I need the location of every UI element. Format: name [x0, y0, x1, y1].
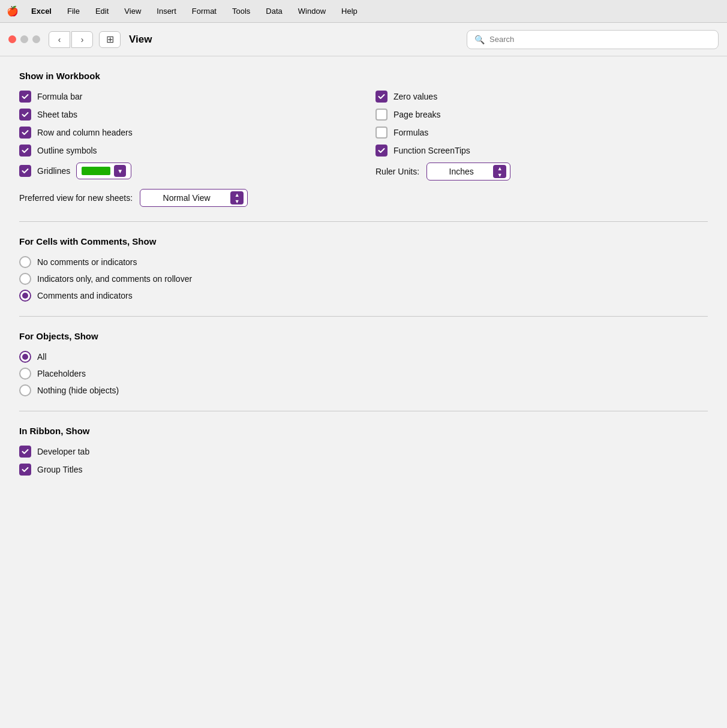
zero-values-row: Zero values [375, 91, 708, 103]
developer-tab-checkbox[interactable] [19, 446, 31, 458]
outline-symbols-label: Outline symbols [37, 146, 97, 155]
forward-icon: › [81, 35, 84, 44]
placeholders-label: Placeholders [37, 369, 86, 378]
formulas-label: Formulas [393, 128, 428, 137]
indicators-only-radio[interactable] [19, 273, 31, 285]
menu-edit[interactable]: Edit [93, 5, 111, 17]
formula-bar-label: Formula bar [37, 92, 82, 101]
comments-section-title: For Cells with Comments, Show [19, 236, 708, 246]
preferred-view-select[interactable]: Normal View ▲ ▼ [140, 189, 248, 207]
page-breaks-checkbox[interactable] [375, 109, 387, 121]
toolbar: ‹ › ⊞ View 🔍 [0, 23, 727, 56]
zero-values-checkbox[interactable] [375, 91, 387, 103]
close-button[interactable] [8, 35, 16, 43]
no-comments-label: No comments or indicators [37, 257, 137, 267]
function-screentips-label: Function ScreenTips [393, 146, 470, 155]
divider-2 [19, 316, 708, 317]
left-options-col: Formula bar Sheet tabs Row and column he… [19, 91, 352, 181]
radio-selected-dot [22, 293, 28, 299]
page-title: View [129, 34, 152, 46]
sheet-tabs-row: Sheet tabs [19, 109, 352, 121]
preferred-view-arrows-icon: ▲ ▼ [230, 191, 244, 204]
grid-view-button[interactable]: ⊞ [99, 31, 121, 48]
maximize-button[interactable] [32, 35, 40, 43]
divider-1 [19, 221, 708, 222]
placeholders-row: Placeholders [19, 368, 708, 380]
group-titles-checkbox[interactable] [19, 464, 31, 476]
preferences-content: Show in Workbook Formula bar Sheet tabs [0, 56, 727, 728]
nothing-objects-row: Nothing (hide objects) [19, 384, 708, 396]
placeholders-radio[interactable] [19, 368, 31, 380]
function-screentips-checkbox[interactable] [375, 145, 387, 157]
menu-file[interactable]: File [65, 5, 82, 17]
zero-values-label: Zero values [393, 92, 437, 101]
gridlines-dropdown-icon: ▼ [114, 165, 126, 177]
menu-help[interactable]: Help [339, 5, 360, 17]
gridlines-checkbox[interactable] [19, 165, 31, 177]
formulas-checkbox[interactable] [375, 127, 387, 139]
ruler-units-value: Inches [433, 167, 489, 176]
ruler-units-label: Ruler Units: [375, 167, 419, 176]
show-in-workbook-title: Show in Workbook [19, 71, 708, 81]
nothing-objects-label: Nothing (hide objects) [37, 386, 119, 395]
comments-indicators-radio[interactable] [19, 290, 31, 302]
row-col-headers-row: Row and column headers [19, 127, 352, 139]
forward-button[interactable]: › [71, 31, 93, 48]
menu-window[interactable]: Window [296, 5, 328, 17]
no-comments-row: No comments or indicators [19, 256, 708, 268]
menu-view[interactable]: View [122, 5, 143, 17]
ruler-units-select[interactable]: Inches ▲ ▼ [426, 163, 510, 181]
no-comments-radio[interactable] [19, 256, 31, 268]
search-input[interactable] [489, 35, 711, 44]
formula-bar-checkbox[interactable] [19, 91, 31, 103]
gridlines-color-picker[interactable]: ▼ [76, 163, 131, 179]
sheet-tabs-checkbox[interactable] [19, 109, 31, 121]
nothing-objects-radio[interactable] [19, 384, 31, 396]
page-breaks-row: Page breaks [375, 109, 708, 121]
function-screentips-row: Function ScreenTips [375, 145, 708, 157]
objects-section-title: For Objects, Show [19, 331, 708, 341]
group-titles-row: Group Titles [19, 464, 708, 476]
checkmark-icon [22, 466, 29, 473]
checkmark-icon [22, 93, 29, 100]
checkmark-icon [22, 129, 29, 136]
ribbon-section-title: In Ribbon, Show [19, 426, 708, 436]
menu-insert[interactable]: Insert [154, 5, 179, 17]
preferred-view-value: Normal View [146, 193, 227, 203]
checkmark-icon [22, 167, 29, 175]
ruler-units-arrows-icon: ▲ ▼ [493, 165, 506, 178]
minimize-button[interactable] [20, 35, 28, 43]
apple-menu-icon[interactable]: 🍎 [7, 6, 18, 17]
formula-bar-row: Formula bar [19, 91, 352, 103]
gridlines-color-swatch [82, 167, 110, 175]
outline-symbols-row: Outline symbols [19, 145, 352, 157]
objects-options: All Placeholders Nothing (hide objects) [19, 351, 708, 396]
row-col-headers-checkbox[interactable] [19, 127, 31, 139]
search-box: 🔍 [467, 30, 719, 49]
gridlines-row: Gridlines ▼ [19, 163, 352, 179]
outline-symbols-checkbox[interactable] [19, 145, 31, 157]
checkmark-icon [22, 448, 29, 455]
radio-selected-dot [22, 354, 28, 360]
menu-data[interactable]: Data [263, 5, 284, 17]
back-icon: ‹ [58, 35, 61, 44]
nav-buttons: ‹ › [49, 31, 93, 48]
formulas-row: Formulas [375, 127, 708, 139]
indicators-only-label: Indicators only, and comments on rollove… [37, 274, 192, 284]
right-options-col: Zero values Page breaks Formulas Functio… [375, 91, 708, 181]
developer-tab-label: Developer tab [37, 447, 89, 456]
checkmark-icon [22, 111, 29, 118]
ribbon-options: Developer tab Group Titles [19, 446, 708, 476]
indicators-only-row: Indicators only, and comments on rollove… [19, 273, 708, 285]
back-button[interactable]: ‹ [49, 31, 70, 48]
all-objects-radio[interactable] [19, 351, 31, 363]
comments-indicators-row: Comments and indicators [19, 290, 708, 302]
menu-format[interactable]: Format [190, 5, 219, 17]
search-icon: 🔍 [474, 35, 485, 44]
gridlines-label: Gridlines [37, 166, 70, 176]
checkmark-icon [378, 147, 385, 154]
page-breaks-label: Page breaks [393, 110, 441, 119]
grid-icon: ⊞ [106, 34, 114, 45]
menu-tools[interactable]: Tools [230, 5, 253, 17]
menu-excel[interactable]: Excel [29, 5, 54, 17]
